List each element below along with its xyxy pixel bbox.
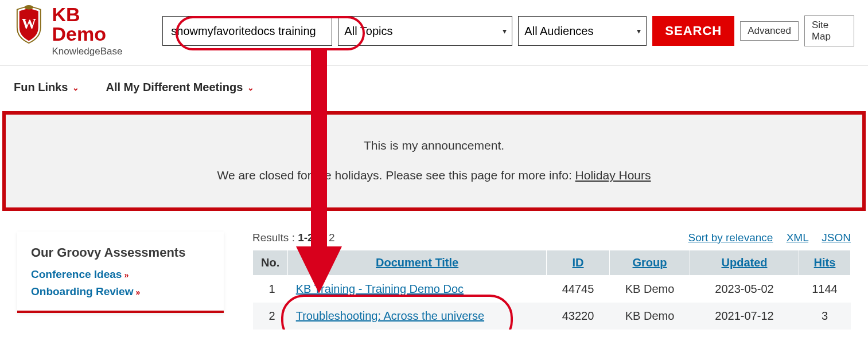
cell-updated: 2021-07-12 (690, 303, 799, 330)
results-total: 2 (329, 232, 335, 244)
nav-item-label: Fun Links (14, 81, 68, 94)
announcement-banner: This is my announcement. We are closed f… (2, 111, 866, 211)
double-chevron-icon: » (124, 270, 129, 280)
sidebar-assessments: Our Groovy Assessments Conference Ideas»… (17, 232, 224, 313)
cell-group: KB Demo (610, 303, 690, 330)
cell-updated: 2023-05-02 (690, 276, 799, 303)
announcement-line-1: This is my announcement. (17, 139, 851, 152)
chevron-down-icon: ⌄ (72, 83, 79, 92)
col-header-updated[interactable]: Updated (690, 250, 799, 276)
results-panel: Results : 1-2 of 2 Sort by relevance XML… (252, 232, 868, 330)
cell-index: 2 (253, 303, 288, 330)
search-area: All Topics All Audiences SEARCH Advanced… (162, 15, 854, 46)
announcement-text: We are closed for the holidays. Please s… (217, 168, 575, 182)
logo-block: W KB Demo KnowledgeBase (14, 5, 137, 57)
cell-id: 43220 (547, 303, 610, 330)
cell-group: KB Demo (610, 276, 690, 303)
cell-title: Troubleshooting: Across the universe (288, 303, 547, 330)
table-row: 2Troubleshooting: Across the universe432… (253, 303, 851, 330)
sidebar-link-onboarding-review[interactable]: Onboarding Review» (31, 285, 210, 298)
sitemap-link[interactable]: Site Map (804, 15, 854, 46)
doc-title-link[interactable]: Troubleshooting: Across the universe (296, 309, 484, 322)
cell-title: KB Training - Training Demo Doc (288, 276, 547, 303)
header: W KB Demo KnowledgeBase All Topics All A… (0, 0, 868, 66)
search-input[interactable] (162, 16, 332, 46)
holiday-hours-link[interactable]: Holiday Hours (575, 168, 651, 182)
results-table: No. Document Title ID Group Updated Hits… (252, 250, 851, 330)
results-summary-bar: Results : 1-2 of 2 Sort by relevance XML… (252, 232, 851, 244)
svg-point-1 (24, 5, 33, 10)
double-chevron-icon: » (135, 288, 140, 297)
cell-id: 44745 (547, 276, 610, 303)
site-subtitle: KnowledgeBase (52, 46, 138, 57)
nav-item-fun-links[interactable]: Fun Links ⌄ (14, 81, 79, 94)
results-range: 1-2 (298, 232, 313, 244)
cell-hits: 3 (799, 303, 851, 330)
results-label-prefix: Results : (252, 232, 298, 244)
audiences-select[interactable]: All Audiences (518, 16, 647, 46)
nav-item-label: All My Different Meetings (106, 81, 243, 94)
cell-hits: 1144 (799, 276, 851, 303)
xml-link[interactable]: XML (787, 232, 808, 244)
nav-bar: Fun Links ⌄ All My Different Meetings ⌄ (0, 66, 868, 111)
advanced-link[interactable]: Advanced (740, 21, 799, 41)
sidebar-heading: Our Groovy Assessments (31, 245, 210, 260)
announcement-line-2: We are closed for the holidays. Please s… (17, 168, 851, 182)
svg-text:W: W (22, 15, 36, 32)
site-title: KB Demo (52, 5, 138, 44)
sidebar-link-label: Onboarding Review (31, 285, 133, 297)
cell-index: 1 (253, 276, 288, 303)
col-header-group[interactable]: Group (610, 250, 690, 276)
col-header-title[interactable]: Document Title (288, 250, 547, 276)
nav-item-meetings[interactable]: All My Different Meetings ⌄ (106, 81, 254, 94)
doc-title-link[interactable]: KB Training - Training Demo Doc (296, 283, 464, 295)
json-link[interactable]: JSON (822, 232, 851, 244)
col-header-id[interactable]: ID (547, 250, 610, 276)
col-header-no: No. (253, 250, 288, 276)
sort-by-relevance-link[interactable]: Sort by relevance (688, 232, 773, 244)
table-row: 1KB Training - Training Demo Doc44745KB … (253, 276, 851, 303)
uw-crest-icon: W (14, 5, 44, 45)
chevron-down-icon: ⌄ (247, 83, 254, 92)
sidebar-link-label: Conference Ideas (31, 268, 122, 280)
sidebar-link-conference-ideas[interactable]: Conference Ideas» (31, 268, 210, 281)
col-header-hits[interactable]: Hits (799, 250, 851, 276)
search-button[interactable]: SEARCH (652, 16, 734, 46)
topics-select[interactable]: All Topics (338, 16, 512, 46)
results-label-mid: of (314, 232, 329, 244)
